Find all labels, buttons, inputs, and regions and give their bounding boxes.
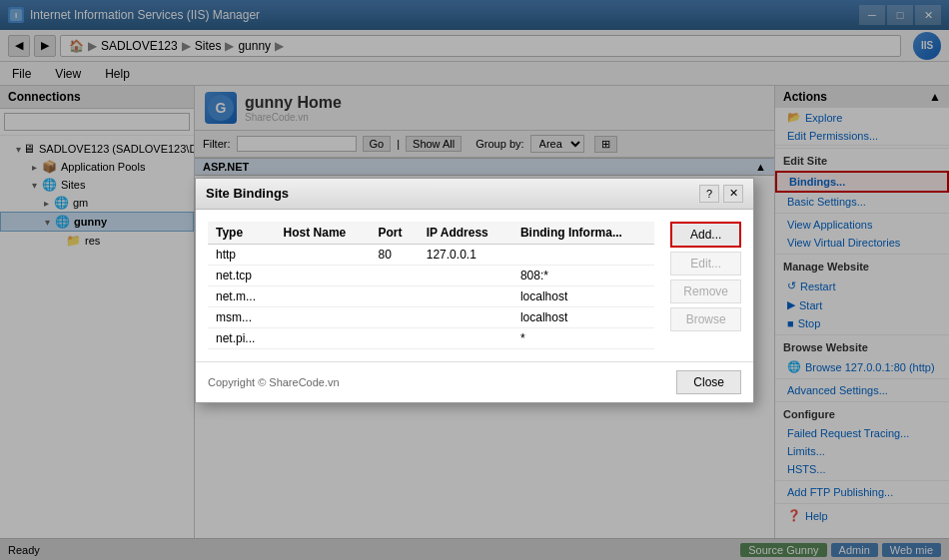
row-type: net.tcp <box>208 265 276 285</box>
row-host <box>276 327 371 348</box>
row-type: net.pi... <box>208 327 276 348</box>
row-binding: localhost <box>512 306 654 327</box>
row-port <box>371 285 419 306</box>
close-modal-button[interactable]: Close <box>676 370 741 394</box>
table-row[interactable]: net.m... localhost <box>208 285 654 306</box>
modal-title-bar: Site Bindings ? ✕ <box>196 179 753 210</box>
footer-text: Copyright © ShareCode.vn <box>208 376 340 388</box>
row-type: msm... <box>208 306 276 327</box>
site-bindings-modal: Site Bindings ? ✕ Type Host Name Port IP <box>195 178 754 403</box>
edit-binding-button[interactable]: Edit... <box>670 252 741 276</box>
row-port: 80 <box>371 244 419 265</box>
row-host <box>276 285 371 306</box>
table-row[interactable]: net.pi... * <box>208 327 654 348</box>
row-host <box>276 244 371 265</box>
row-binding <box>512 244 654 265</box>
row-binding: localhost <box>512 285 654 306</box>
modal-table-area: Type Host Name Port IP Address Binding I… <box>208 222 654 349</box>
row-type: http <box>208 244 276 265</box>
row-ip <box>419 285 512 306</box>
row-binding: 808:* <box>512 265 654 285</box>
modal-close-button[interactable]: ✕ <box>723 185 743 203</box>
browse-binding-button[interactable]: Browse <box>670 307 741 331</box>
row-ip: 127.0.0.1 <box>419 244 512 265</box>
modal-body: Type Host Name Port IP Address Binding I… <box>196 210 753 361</box>
modal-action-buttons: Add... Edit... Remove Browse <box>662 222 741 349</box>
modal-question-button[interactable]: ? <box>699 185 719 203</box>
modal-content-layout: Type Host Name Port IP Address Binding I… <box>208 222 741 349</box>
modal-overlay: Site Bindings ? ✕ Type Host Name Port IP <box>0 0 949 560</box>
col-hostname: Host Name <box>276 222 371 245</box>
table-row[interactable]: net.tcp 808:* <box>208 265 654 285</box>
bindings-table: Type Host Name Port IP Address Binding I… <box>208 222 654 349</box>
row-port <box>371 327 419 348</box>
modal-footer: Copyright © ShareCode.vn Close <box>196 361 753 402</box>
row-binding: * <box>512 327 654 348</box>
row-ip <box>419 265 512 285</box>
table-row[interactable]: msm... localhost <box>208 306 654 327</box>
row-ip <box>419 306 512 327</box>
row-type: net.m... <box>208 285 276 306</box>
col-type: Type <box>208 222 276 245</box>
table-row[interactable]: http 80 127.0.0.1 <box>208 244 654 265</box>
modal-title: Site Bindings <box>206 186 289 201</box>
row-ip <box>419 327 512 348</box>
add-binding-button[interactable]: Add... <box>670 222 741 248</box>
row-host <box>276 306 371 327</box>
row-port <box>371 306 419 327</box>
table-header-row: Type Host Name Port IP Address Binding I… <box>208 222 654 245</box>
col-ip: IP Address <box>419 222 512 245</box>
remove-binding-button[interactable]: Remove <box>670 280 741 303</box>
row-host <box>276 265 371 285</box>
col-binding: Binding Informa... <box>512 222 654 245</box>
modal-controls: ? ✕ <box>699 185 743 203</box>
row-port <box>371 265 419 285</box>
col-port: Port <box>371 222 419 245</box>
